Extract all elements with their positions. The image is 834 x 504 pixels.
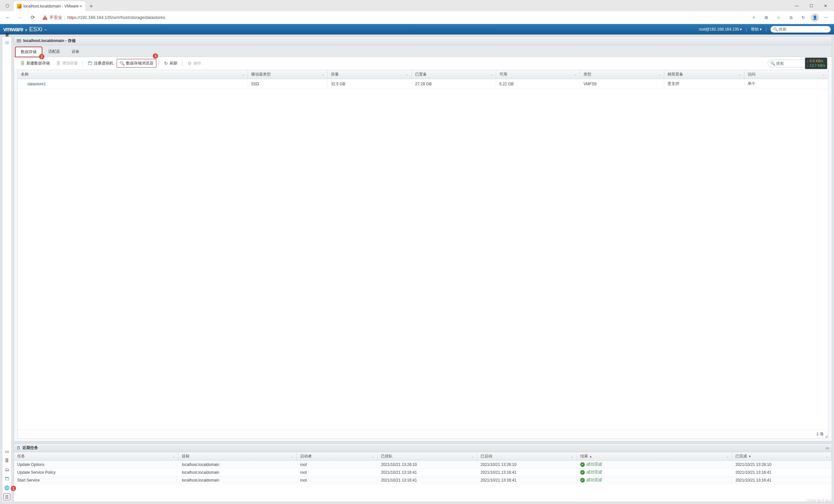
gear-icon: ⚙ <box>187 61 192 66</box>
grid-footer: 1 项 <box>18 430 828 438</box>
increase-icon: 🗄 <box>56 61 61 66</box>
side-manage-icon[interactable]: 🗄 <box>3 457 10 464</box>
annotation-badge-1: 1 <box>11 486 16 491</box>
col-capacity[interactable]: 容量⌄ <box>328 70 412 79</box>
expand-icon[interactable]: ▭ <box>826 446 829 450</box>
profile-avatar[interactable]: 👤 <box>811 13 819 22</box>
col-type[interactable]: 类型⌄ <box>580 70 664 79</box>
collections-icon[interactable]: ⧉ <box>786 13 796 23</box>
watermark: CSDN @王 W.// <box>806 499 831 503</box>
table-row[interactable]: Update Service Policylocalhost.localdoma… <box>14 468 832 476</box>
tab-devices[interactable]: 设备 <box>66 47 85 56</box>
col-access[interactable]: 访问⌄ <box>744 70 828 79</box>
address-bar[interactable]: 不安全 | https://192.168.164.135/ui/#/host/… <box>40 13 747 22</box>
vmware-logo: vmware® ESXi™ <box>3 26 47 33</box>
history-icon[interactable]: ↻ <box>798 13 809 23</box>
table-row[interactable]: Start Servicelocalhost.localdomainroot20… <box>14 476 832 484</box>
header-search-input[interactable] <box>778 27 828 32</box>
navigator-sidebar: 导航器 ⊟ ▭ 🗄 🗂 🗔 🌐 1 ☰ <box>2 37 12 502</box>
window-minimize-button[interactable]: — <box>790 1 804 10</box>
tasks-header-row: 任务⌄ 目标⌄ 启动者⌄ 已排队⌄ 已启动⌄ 结果▲⌄ 已完成▼⌄ <box>14 452 832 461</box>
col-name[interactable]: 名称⌄ <box>18 70 248 79</box>
browser-icon: 🔍 <box>119 61 125 66</box>
window-close-button[interactable]: ✕ <box>818 1 833 10</box>
increase-capacity-button: 🗄增加容量 <box>53 59 81 67</box>
col-free[interactable]: 可用⌄ <box>496 70 580 79</box>
insecure-icon <box>42 15 48 20</box>
panel-title: localhost.localdomain - 存储 <box>23 38 75 44</box>
network-speed-widget: ↑ 0.9 KB/s ↓ 13.7 KB/s <box>805 58 827 69</box>
reload-button[interactable]: ⟳ <box>27 13 38 23</box>
success-status: 成功完成 <box>580 462 602 467</box>
datastore-icon <box>21 82 25 86</box>
side-networking-icon[interactable]: 🌐 1 <box>3 484 10 491</box>
user-menu[interactable]: root@192.168.164.135 ▾ <box>699 27 742 31</box>
browser-tab[interactable]: localhost.localdomain - VMware × <box>14 1 85 11</box>
datastore-link[interactable]: datastore1 <box>27 82 46 86</box>
success-status: 成功完成 <box>580 477 602 483</box>
navigator-tree-icon[interactable]: ⊟ <box>5 40 9 45</box>
panel-header: localhost.localdomain - 存储 <box>14 37 832 45</box>
register-vm-button[interactable]: 🗔注册虚拟机 <box>85 59 116 67</box>
col-provisioned[interactable]: 已置备⌄ <box>412 70 496 79</box>
close-tab-button[interactable]: × <box>80 4 82 9</box>
table-row[interactable]: datastore1 SSD 32.5 GB 27.28 GB 5.22 GB … <box>18 79 828 89</box>
table-row[interactable]: Update Optionslocalhost.localdomainroot2… <box>14 461 832 468</box>
new-datastore-button[interactable]: 🗄新建数据存储 <box>17 59 52 67</box>
col-target[interactable]: 目标⌄ <box>178 452 297 460</box>
new-datastore-icon: 🗄 <box>20 61 25 66</box>
tracking-icon[interactable]: ✧ <box>749 13 759 23</box>
col-initiator[interactable]: 启动者⌄ <box>297 452 378 460</box>
grid-header-row: 名称⌄ 驱动器类型⌄ 容量⌄ 已置备⌄ 可用⌄ 类型⌄ 精简置备⌄ 访问⌄ <box>18 70 828 79</box>
col-thin[interactable]: 精简置备⌄ <box>664 70 744 79</box>
help-menu[interactable]: 帮助 ▾ <box>751 27 762 32</box>
annotation-badge-3: 3 <box>153 53 158 59</box>
tasks-grid: 任务⌄ 目标⌄ 启动者⌄ 已排队⌄ 已启动⌄ 结果▲⌄ 已完成▼⌄ Update… <box>14 452 832 502</box>
tasks-title: 近期任务 <box>22 445 38 451</box>
esxi-header: vmware® ESXi™ root@192.168.164.135 ▾ | 帮… <box>0 24 834 35</box>
window-maximize-button[interactable]: ☐ <box>804 1 818 10</box>
tab-overview-button[interactable]: ▢ <box>3 1 12 10</box>
datastore-browser-button[interactable]: 🔍数据存储浏览器 3 <box>117 59 156 68</box>
side-host-icon[interactable]: ▭ <box>3 448 10 455</box>
side-storage-icon[interactable]: ☰ <box>3 493 10 500</box>
col-started[interactable]: 已启动⌄ <box>477 452 577 460</box>
actions-menu: ⚙操作 <box>184 59 204 67</box>
success-status: 成功完成 <box>580 469 602 475</box>
annotation-badge-2: 2 <box>39 54 44 59</box>
search-icon: 🔍 <box>770 61 775 66</box>
col-drive-type[interactable]: 驱动器类型⌄ <box>248 70 328 79</box>
resize-handle-icon[interactable] <box>825 435 828 438</box>
browser-tabbar: ▢ localhost.localdomain - VMware × ＋ — ☐… <box>0 0 834 11</box>
new-tab-button[interactable]: ＋ <box>87 1 96 10</box>
col-result[interactable]: 结果▲⌄ <box>577 452 732 460</box>
menu-button[interactable]: ⋯ <box>821 13 831 23</box>
register-vm-icon: 🗔 <box>87 61 92 66</box>
favorites-icon[interactable]: ☆ <box>773 13 784 23</box>
forward-button: → <box>15 13 25 23</box>
favicon-icon <box>17 4 22 8</box>
back-button[interactable]: ← <box>3 13 13 23</box>
tasks-header: 🗒 近期任务 ▭ <box>14 444 832 452</box>
extensions-icon[interactable]: ⊞ <box>761 13 771 23</box>
col-task[interactable]: 任务⌄ <box>14 452 178 460</box>
refresh-button[interactable]: ↻刷新 <box>161 59 180 67</box>
side-monitor-icon[interactable]: 🗂 <box>3 466 10 473</box>
tab-title: localhost.localdomain - VMware <box>23 4 79 8</box>
col-queued[interactable]: 已排队⌄ <box>378 452 477 460</box>
tab-datastores[interactable]: 数据存储 2 <box>15 47 42 57</box>
url-text: https://192.168.164.135/ui/#/host/storag… <box>67 15 165 20</box>
datastore-toolbar: 🗄新建数据存储 🗄增加容量 🗔注册虚拟机 🔍数据存储浏览器 3 ↻刷新 ⚙操作 … <box>14 57 832 70</box>
datastore-grid: 名称⌄ 驱动器类型⌄ 容量⌄ 已置备⌄ 可用⌄ 类型⌄ 精简置备⌄ 访问⌄ da… <box>17 70 829 439</box>
side-vms-icon[interactable]: 🗔 <box>3 475 10 482</box>
tab-adapters[interactable]: 适配器 <box>43 47 65 56</box>
datastore-icon <box>17 39 21 43</box>
insecure-label: 不安全 <box>49 15 62 21</box>
browser-toolbar: ← → ⟳ 不安全 | https://192.168.164.135/ui/#… <box>0 11 834 24</box>
refresh-icon: ↻ <box>163 61 169 66</box>
storage-tabs: 数据存储 2 适配器 设备 <box>14 45 832 57</box>
col-completed[interactable]: 已完成▼⌄ <box>732 452 832 460</box>
search-icon: 🔍 <box>773 27 778 31</box>
header-search[interactable]: 🔍 <box>770 26 831 32</box>
separator: | <box>64 15 65 20</box>
